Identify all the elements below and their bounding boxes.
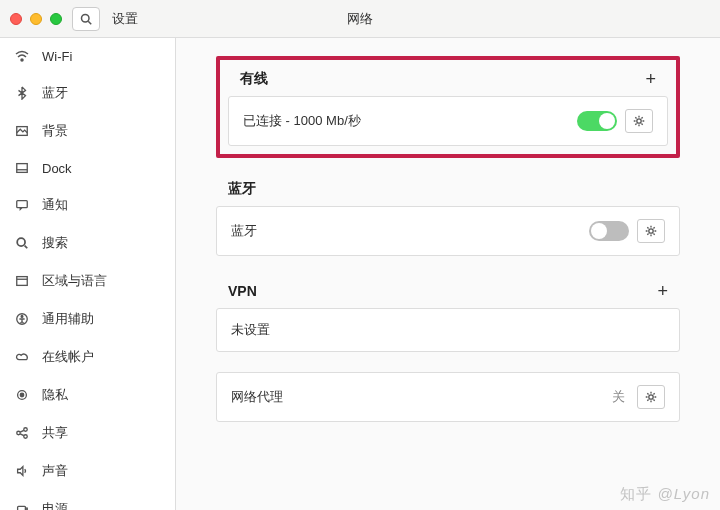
sidebar-item-power[interactable]: 电源 xyxy=(0,490,175,510)
proxy-state-text: 关 xyxy=(612,388,625,406)
close-window-button[interactable] xyxy=(10,13,22,25)
proxy-label: 网络代理 xyxy=(231,388,283,406)
sidebar-item-label: 在线帐户 xyxy=(42,348,94,366)
gear-icon xyxy=(632,114,646,128)
bluetooth-settings-button[interactable] xyxy=(637,219,665,243)
svg-point-2 xyxy=(21,59,23,61)
wired-connection-row: 已连接 - 1000 Mb/秒 xyxy=(228,96,668,146)
search-icon xyxy=(80,13,92,25)
sidebar-item-accessibility[interactable]: 通用辅助 xyxy=(0,300,175,338)
sidebar-item-label: 通用辅助 xyxy=(42,310,94,328)
wired-section-head: 有线 + xyxy=(228,64,668,96)
svg-line-1 xyxy=(88,21,91,24)
gear-icon xyxy=(644,224,658,238)
svg-rect-20 xyxy=(18,506,26,510)
vpn-row: 未设置 xyxy=(216,308,680,352)
sidebar-item-sharing[interactable]: 共享 xyxy=(0,414,175,452)
accessibility-icon xyxy=(14,311,30,327)
sound-icon xyxy=(14,463,30,479)
sidebar-item-sound[interactable]: 声音 xyxy=(0,452,175,490)
sidebar-item-wifi[interactable]: Wi-Fi xyxy=(0,38,175,74)
sidebar-item-online-accounts[interactable]: 在线帐户 xyxy=(0,338,175,376)
sidebar: Wi-Fi 蓝牙 背景 Dock 通知 搜索 区域与语言 通用辅助 xyxy=(0,38,176,510)
bluetooth-heading: 蓝牙 xyxy=(228,180,256,198)
sidebar-item-label: 电源 xyxy=(42,500,68,510)
sidebar-item-label: Dock xyxy=(42,161,72,176)
sidebar-item-label: 隐私 xyxy=(42,386,68,404)
minimize-window-button[interactable] xyxy=(30,13,42,25)
search-icon xyxy=(14,235,30,251)
gear-icon xyxy=(644,390,658,404)
sidebar-item-background[interactable]: 背景 xyxy=(0,112,175,150)
proxy-settings-button[interactable] xyxy=(637,385,665,409)
bluetooth-label: 蓝牙 xyxy=(231,222,257,240)
cloud-icon xyxy=(14,349,30,365)
titlebar: 设置 网络 xyxy=(0,0,720,38)
bluetooth-icon xyxy=(14,85,30,101)
vpn-status-text: 未设置 xyxy=(231,321,270,339)
settings-label: 设置 xyxy=(112,10,138,28)
wired-heading: 有线 xyxy=(240,70,268,88)
svg-point-23 xyxy=(649,229,653,233)
sidebar-item-label: 搜索 xyxy=(42,234,68,252)
power-icon xyxy=(14,501,30,510)
svg-point-22 xyxy=(637,119,641,123)
sidebar-item-search[interactable]: 搜索 xyxy=(0,224,175,262)
sidebar-item-label: 背景 xyxy=(42,122,68,140)
share-icon xyxy=(14,425,30,441)
svg-point-0 xyxy=(82,14,90,22)
svg-line-8 xyxy=(25,246,28,249)
sidebar-item-label: 声音 xyxy=(42,462,68,480)
wired-settings-button[interactable] xyxy=(625,109,653,133)
vpn-section: VPN + 未设置 xyxy=(216,276,680,352)
region-icon xyxy=(14,273,30,289)
add-wired-button[interactable]: + xyxy=(645,70,656,88)
add-vpn-button[interactable]: + xyxy=(657,282,668,300)
sidebar-item-label: 区域与语言 xyxy=(42,272,107,290)
svg-point-7 xyxy=(17,238,25,246)
background-icon xyxy=(14,123,30,139)
dock-icon xyxy=(14,160,30,176)
proxy-section: 网络代理 关 xyxy=(216,372,680,422)
sidebar-item-label: 共享 xyxy=(42,424,68,442)
main-panel: 有线 + 已连接 - 1000 Mb/秒 蓝牙 蓝牙 xyxy=(176,38,720,510)
wifi-icon xyxy=(14,48,30,64)
svg-line-19 xyxy=(20,434,24,436)
bluetooth-section: 蓝牙 蓝牙 xyxy=(216,174,680,256)
bluetooth-section-head: 蓝牙 xyxy=(216,174,680,206)
svg-rect-4 xyxy=(17,164,28,173)
svg-point-14 xyxy=(20,393,24,397)
wired-section-highlight: 有线 + 已连接 - 1000 Mb/秒 xyxy=(216,56,680,158)
privacy-icon xyxy=(14,387,30,403)
svg-point-17 xyxy=(24,435,28,439)
sidebar-item-bluetooth[interactable]: 蓝牙 xyxy=(0,74,175,112)
svg-point-16 xyxy=(24,428,28,432)
wired-status-text: 已连接 - 1000 Mb/秒 xyxy=(243,112,361,130)
sidebar-item-dock[interactable]: Dock xyxy=(0,150,175,186)
sidebar-item-privacy[interactable]: 隐私 xyxy=(0,376,175,414)
search-button[interactable] xyxy=(72,7,100,31)
svg-point-12 xyxy=(21,316,23,318)
maximize-window-button[interactable] xyxy=(50,13,62,25)
notification-icon xyxy=(14,197,30,213)
vpn-heading: VPN xyxy=(228,283,257,299)
svg-point-24 xyxy=(649,395,653,399)
sidebar-item-notifications[interactable]: 通知 xyxy=(0,186,175,224)
svg-rect-9 xyxy=(17,277,28,286)
vpn-section-head: VPN + xyxy=(216,276,680,308)
wired-toggle[interactable] xyxy=(577,111,617,131)
sidebar-item-label: 通知 xyxy=(42,196,68,214)
svg-point-15 xyxy=(17,431,21,435)
bluetooth-toggle[interactable] xyxy=(589,221,629,241)
sidebar-item-label: Wi-Fi xyxy=(42,49,72,64)
sidebar-item-region-language[interactable]: 区域与语言 xyxy=(0,262,175,300)
window-title: 网络 xyxy=(347,10,373,28)
proxy-row: 网络代理 关 xyxy=(216,372,680,422)
sidebar-item-label: 蓝牙 xyxy=(42,84,68,102)
svg-line-18 xyxy=(20,430,24,432)
bluetooth-row: 蓝牙 xyxy=(216,206,680,256)
svg-rect-6 xyxy=(17,201,28,208)
window-controls xyxy=(10,13,62,25)
